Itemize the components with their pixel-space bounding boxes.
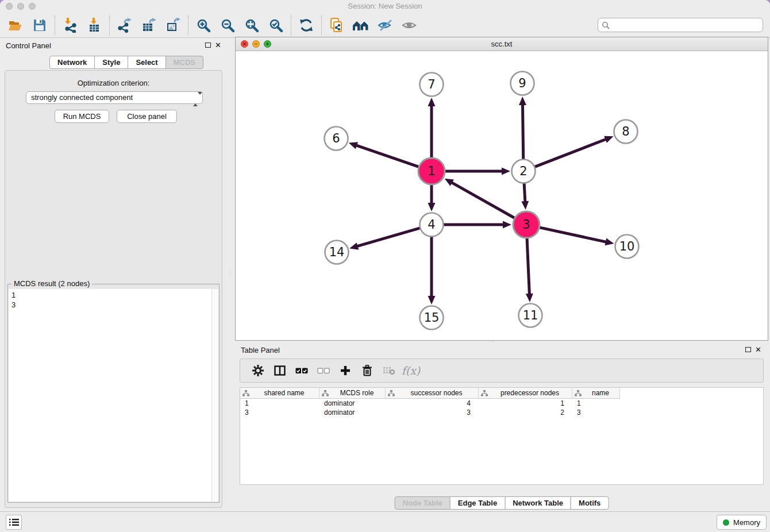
tab-network[interactable]: Network <box>49 56 95 69</box>
edge-arrowhead <box>605 238 614 246</box>
save-session-icon[interactable] <box>28 14 52 36</box>
graph-edge-3-11[interactable] <box>527 237 529 295</box>
zoom-fit-icon[interactable] <box>240 14 264 36</box>
control-panel-title: Control Panel <box>6 41 51 50</box>
export-image-icon[interactable] <box>161 14 185 36</box>
hide-selected-icon[interactable] <box>373 14 397 36</box>
table-tabs: Node TableEdge TableNetwork TableMotifs <box>395 496 609 510</box>
edge-arrowhead <box>428 203 436 211</box>
table-cell: dominator <box>319 408 386 417</box>
column-type-icon <box>481 390 488 396</box>
toolbar-separator <box>109 16 110 35</box>
show-all-icon[interactable] <box>397 14 421 36</box>
graph-edge-3-10[interactable] <box>538 228 606 242</box>
add-column-icon[interactable] <box>334 362 356 379</box>
import-network-icon[interactable] <box>58 14 82 36</box>
network-canvas[interactable]: 7968124314101511 <box>236 51 768 340</box>
edge-arrowhead <box>604 136 613 143</box>
graph-node-label: 11 <box>523 309 538 322</box>
edge-arrowhead <box>519 97 526 105</box>
tab-network-table[interactable]: Network Table <box>505 496 571 510</box>
run-mcds-button[interactable]: Run MCDS <box>55 110 109 123</box>
close-panel-button[interactable]: Close panel <box>117 110 177 123</box>
zoom-in-icon[interactable] <box>191 14 215 36</box>
table-panel-header: Table Panel ✕ <box>235 342 768 357</box>
vertical-splitter-grip[interactable]: ∙∙∙ <box>229 268 233 277</box>
table-row[interactable]: 1dominator411 <box>240 399 763 408</box>
table-cell: 3 <box>386 408 479 417</box>
tab-mcds[interactable]: MCDS <box>165 56 203 69</box>
tab-edge-table[interactable]: Edge Table <box>450 496 505 510</box>
graph-edge-4-14[interactable] <box>357 228 421 246</box>
unselect-all-columns-icon[interactable] <box>313 362 334 379</box>
tab-style[interactable]: Style <box>94 56 128 69</box>
memory-button[interactable]: Memory <box>717 515 767 530</box>
toolbar-separator <box>321 16 322 35</box>
graph-edge-2-8[interactable] <box>534 139 607 167</box>
memory-status-icon <box>723 519 729 526</box>
graph-node-label: 1 <box>428 164 435 178</box>
graph-node-label: 14 <box>329 245 345 259</box>
delete-table-icon <box>378 362 400 379</box>
select-all-columns-icon[interactable] <box>291 362 313 379</box>
edge-arrowhead <box>502 168 510 175</box>
edge-arrowhead <box>349 242 359 249</box>
column-type-icon <box>575 390 582 396</box>
edge-arrowhead <box>349 142 358 149</box>
first-neighbors-icon[interactable] <box>349 14 373 36</box>
float-table-panel-icon[interactable] <box>745 347 751 352</box>
delete-column-icon[interactable] <box>356 362 378 379</box>
zoom-out-icon[interactable] <box>215 14 240 36</box>
memory-label: Memory <box>733 518 760 527</box>
mcds-result-fieldset: MCDS result (2 nodes) 1 3 <box>7 284 220 503</box>
column-type-icon <box>388 390 395 396</box>
search-input[interactable] <box>612 21 763 29</box>
tab-motifs[interactable]: Motifs <box>571 496 609 510</box>
toolbar-separator <box>188 16 188 35</box>
table-body: 1dominator4113dominator323 <box>240 399 763 417</box>
main-toolbar <box>0 13 770 38</box>
export-table-icon[interactable] <box>137 14 161 36</box>
settings-gear-icon[interactable] <box>247 362 269 379</box>
graph-edge-2-9[interactable] <box>522 104 523 160</box>
graph-edge-3-1[interactable] <box>451 182 515 218</box>
graph-node-label: 7 <box>428 78 435 91</box>
column-type-icon <box>242 390 249 396</box>
float-panel-icon[interactable] <box>205 43 211 48</box>
column-header-name[interactable]: name <box>572 388 620 399</box>
task-history-button[interactable] <box>6 515 22 530</box>
duplicate-network-icon[interactable] <box>325 14 349 36</box>
graph-edge-2-3[interactable] <box>524 182 525 202</box>
close-table-panel-icon[interactable]: ✕ <box>755 346 761 353</box>
column-header-successor-nodes[interactable]: successor nodes <box>386 388 479 399</box>
graph-node-label: 10 <box>619 240 635 253</box>
column-header-shared-name[interactable]: shared name <box>240 388 319 399</box>
table-row[interactable]: 3dominator323 <box>240 408 763 417</box>
tab-node-table[interactable]: Node Table <box>395 496 451 510</box>
criterion-select[interactable]: strongly connected component <box>26 91 203 104</box>
column-layout-icon[interactable] <box>269 362 291 379</box>
search-box[interactable] <box>598 18 763 32</box>
toolbar-separator <box>55 16 55 35</box>
export-network-icon[interactable] <box>113 14 137 36</box>
graph-node-label: 6 <box>332 132 340 145</box>
refresh-icon[interactable] <box>294 14 318 36</box>
graph-edge-1-6[interactable] <box>356 145 419 167</box>
table-cell: 1 <box>572 399 620 408</box>
mcds-result-textarea[interactable]: 1 3 <box>9 289 211 502</box>
node-table[interactable]: shared nameMCDS rolesuccessor nodesprede… <box>240 387 764 485</box>
table-header-row: shared nameMCDS rolesuccessor nodesprede… <box>240 388 763 399</box>
mcds-result-scrollbar[interactable] <box>211 289 218 502</box>
control-panel: Control Panel ✕ NetworkStyleSelectMCDS O… <box>0 38 227 511</box>
column-header-MCDS-role[interactable]: MCDS role <box>319 388 386 399</box>
toolbar-separator <box>291 16 291 35</box>
open-file-icon[interactable] <box>3 14 28 36</box>
list-icon <box>9 518 19 526</box>
column-header-predecessor-nodes[interactable]: predecessor nodes <box>479 388 572 399</box>
zoom-selected-icon[interactable] <box>264 14 288 36</box>
import-table-icon[interactable] <box>82 14 106 36</box>
function-builder-icon: f(x) <box>400 362 422 379</box>
tab-select[interactable]: Select <box>128 56 165 69</box>
table-cell: 3 <box>572 408 620 417</box>
close-panel-icon[interactable]: ✕ <box>215 42 221 48</box>
